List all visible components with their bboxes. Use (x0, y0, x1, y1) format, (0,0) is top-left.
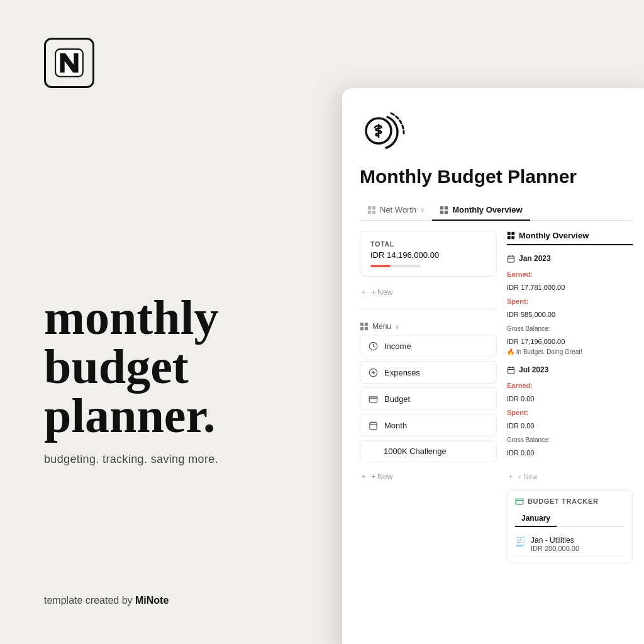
svg-rect-5 (372, 210, 375, 213)
progress-bar (370, 265, 421, 267)
bt-item-value: IDR 200,000.00 (531, 545, 625, 552)
menu-month-label: Month (384, 421, 407, 430)
menu-section-header: Menu ∨ (360, 316, 497, 335)
income-icon (368, 341, 378, 351)
month-card-jul2023: Jul 2023 Earned: IDR 0.00 Spent: IDR 0.0… (507, 365, 633, 458)
svg-rect-2 (368, 206, 371, 209)
utilities-icon: 🧾 (515, 536, 526, 547)
menu-new-row[interactable]: ＋ + New (360, 466, 497, 487)
credit: template created by MiNote (44, 595, 321, 606)
jan2023-badge: 🔥 In Budget. Doing Great! (507, 348, 633, 355)
left-col: Total IDR 14,196,000.00 ＋ + New Menu ∨ (360, 231, 497, 644)
tagline: budgeting. tracking. saving more. (44, 453, 321, 466)
svg-rect-8 (440, 210, 443, 213)
bt-tab-january[interactable]: January (515, 511, 557, 527)
menu-item-income[interactable]: Income (360, 335, 497, 357)
jul2023-spent-value: IDR 0.00 (507, 419, 633, 431)
jan2023-title: Jan 2023 (507, 254, 633, 263)
menu-challenge-label: 1000K Challenge (384, 447, 447, 456)
challenge-icon (368, 447, 377, 456)
jul2023-earned-label: Earned: (507, 379, 633, 391)
progress-fill (370, 265, 391, 267)
svg-rect-11 (365, 323, 368, 326)
jul2023-gross-label: Gross Balance: (507, 433, 633, 445)
expenses-icon (368, 367, 378, 377)
tab-net-worth-label: Net Worth (380, 205, 416, 214)
svg-rect-6 (440, 206, 443, 209)
svg-rect-30 (508, 367, 514, 374)
svg-rect-3 (372, 206, 375, 209)
monthly-overview-title: Monthly Overview (519, 231, 589, 240)
svg-rect-12 (360, 327, 364, 330)
svg-rect-10 (360, 323, 364, 326)
monthly-new-row[interactable]: ＋ + New (507, 468, 633, 485)
svg-rect-23 (511, 232, 514, 235)
svg-rect-26 (508, 256, 514, 262)
bt-item-jan-utilities[interactable]: 🧾 Jan - Utilities IDR 200,000.00 (515, 532, 625, 557)
svg-rect-9 (445, 210, 448, 213)
net-worth-new-row[interactable]: ＋ + New (360, 282, 497, 303)
budget-icon (360, 108, 633, 156)
jan2023-spent-label: Spent: (507, 295, 633, 306)
jan2023-earned-value: IDR 17,781,000.00 (507, 281, 633, 292)
svg-rect-4 (368, 210, 371, 213)
month-card-jan2023: Jan 2023 Earned: IDR 17,781,000.00 Spent… (507, 254, 633, 355)
jul2023-title: Jul 2023 (507, 365, 633, 374)
notion-ui-panel: Monthly Budget Planner Net Worth ∨ Month… (342, 88, 644, 644)
net-worth-card: Total IDR 14,196,000.00 (360, 231, 497, 277)
svg-rect-24 (508, 236, 511, 239)
menu-budget-label: Budget (384, 394, 410, 404)
headline: monthlybudgetplanner. (44, 293, 321, 440)
jul2023-earned-value: IDR 0.00 (507, 392, 633, 404)
tab-net-worth[interactable]: Net Worth ∨ (360, 200, 432, 221)
menu-label: Menu (372, 322, 391, 331)
svg-rect-18 (369, 422, 376, 429)
notion-logo (44, 38, 94, 88)
left-panel: monthlybudgetplanner. budgeting. trackin… (0, 0, 365, 644)
menu-expenses-label: Expenses (384, 368, 420, 377)
budget-menu-icon (368, 394, 378, 404)
bt-tab-row: January (515, 511, 625, 527)
page-title: Monthly Budget Planner (360, 166, 633, 187)
jul2023-spent-label: Spent: (507, 406, 633, 418)
jan2023-gross-label: Gross Balance: (507, 322, 633, 333)
budget-tracker-header: BUDGET TRACKER (515, 497, 625, 506)
nw-value: IDR 14,196,000.00 (370, 250, 486, 260)
svg-rect-25 (511, 236, 514, 239)
jan2023-gross-value: IDR 17,196,000.00 (507, 335, 633, 347)
svg-rect-22 (508, 232, 511, 235)
nw-label: Total (370, 240, 486, 248)
tab-monthly-label: Monthly Overview (452, 205, 522, 214)
menu-income-label: Income (384, 341, 411, 351)
divider-1 (360, 309, 497, 309)
right-col: Monthly Overview Jan 2023 Earned: IDR 17… (507, 231, 633, 644)
month-icon (368, 420, 378, 430)
menu-item-challenge[interactable]: 1000K Challenge (360, 440, 497, 462)
tab-monthly-overview[interactable]: Monthly Overview (432, 200, 530, 221)
budget-tracker: BUDGET TRACKER January 🧾 Jan - Utilities… (507, 490, 633, 564)
menu-item-budget[interactable]: Budget (360, 387, 497, 410)
bt-item-name: Jan - Utilities (531, 536, 625, 545)
menu-item-month[interactable]: Month (360, 414, 497, 436)
tabs-row: Net Worth ∨ Monthly Overview (360, 200, 633, 221)
jul2023-gross-value: IDR 0.00 (507, 447, 633, 458)
menu-item-expenses[interactable]: Expenses (360, 361, 497, 384)
svg-rect-7 (445, 206, 448, 209)
jan2023-earned-label: Earned: (507, 268, 633, 279)
monthly-overview-header: Monthly Overview (507, 231, 633, 245)
svg-rect-13 (365, 327, 368, 330)
jan2023-spent-value: IDR 585,000.00 (507, 308, 633, 319)
bt-item-text: Jan - Utilities IDR 200,000.00 (531, 536, 625, 552)
